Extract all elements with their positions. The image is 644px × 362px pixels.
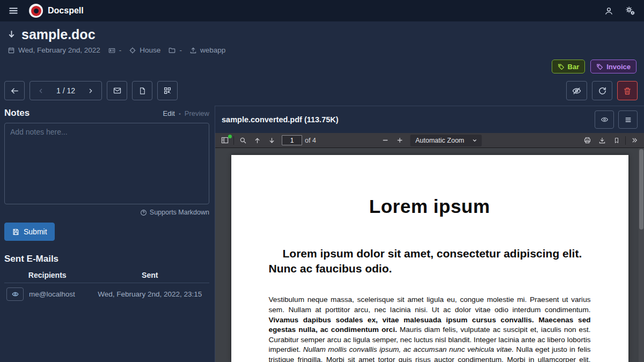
attachment-menu-bars-button[interactable] xyxy=(618,110,638,129)
upload-icon xyxy=(189,47,197,54)
hamburger-menu-icon[interactable] xyxy=(5,3,21,19)
toolbar-divider xyxy=(625,136,626,145)
more-tools-double-chevron-icon[interactable] xyxy=(627,134,642,147)
address-card-icon xyxy=(108,47,116,54)
zoom-level-value: Automatic Zoom xyxy=(415,137,464,144)
attachment-filename: sample.converted.pdf (113.75K) xyxy=(222,115,339,124)
notes-input[interactable] xyxy=(4,123,209,204)
tag-icon xyxy=(558,63,565,70)
top-navbar: Docspell xyxy=(0,0,644,21)
recipient-value: me@localhost xyxy=(29,290,75,298)
item-position-label: 1 / 12 xyxy=(51,86,80,95)
table-row: me@localhost Wed, February 2nd, 2022, 23… xyxy=(4,283,209,306)
brand-home-link[interactable]: Docspell xyxy=(29,4,84,18)
item-pagination-group: 1 / 12 xyxy=(30,81,102,100)
document-header: sample.doc Wed, February 2nd, 2022 - Hou… xyxy=(0,21,644,73)
pdf-scrollbar-thumb[interactable] xyxy=(639,149,643,230)
settings-gears-icon[interactable] xyxy=(622,3,639,19)
document-date: Wed, February 2nd, 2022 xyxy=(18,46,100,54)
zoom-out-minus-icon[interactable] xyxy=(378,134,392,147)
action-toolbar: 1 / 12 xyxy=(0,81,644,100)
search-icon[interactable] xyxy=(236,134,250,147)
pdf-page: Lorem ipsum Lorem ipsum dolor sit amet, … xyxy=(231,155,628,362)
topbar-right xyxy=(601,3,639,19)
unconfirm-eye-slash-button[interactable] xyxy=(566,81,587,100)
notes-header: Notes Edit • Preview xyxy=(4,108,209,119)
tag-invoice[interactable]: Invoice xyxy=(590,60,636,73)
tag-label: Bar xyxy=(568,63,580,71)
tag-bar[interactable]: Bar xyxy=(552,60,586,73)
reprocess-refresh-button[interactable] xyxy=(592,81,612,100)
download-icon[interactable] xyxy=(595,134,609,147)
pdf-document-title: Lorem ipsum xyxy=(269,196,591,217)
notes-edit-link[interactable]: Edit xyxy=(163,109,174,117)
next-page-arrow-icon[interactable] xyxy=(265,134,279,147)
qr-grid-button[interactable] xyxy=(157,81,178,100)
sidebar-notification-dot xyxy=(228,135,232,138)
attachment-preview-eye-button[interactable] xyxy=(595,110,614,129)
crosshair-icon xyxy=(129,47,136,54)
document-meta-row: Wed, February 2nd, 2022 - House - webapp xyxy=(8,46,636,54)
tag-icon xyxy=(596,63,603,70)
sent-date-value: Wed, February 2nd, 2022, 23:15 xyxy=(90,283,209,306)
tags-row: Bar Invoice xyxy=(8,60,636,73)
view-mail-eye-button[interactable] xyxy=(6,287,24,301)
zoom-level-select[interactable]: Automatic Zoom xyxy=(410,135,481,146)
save-icon xyxy=(12,228,20,236)
sent-emails-title: Sent E-Mails xyxy=(4,254,209,264)
pdf-scrollbar[interactable] xyxy=(639,148,644,362)
toolbar-left: 1 / 12 xyxy=(4,81,178,100)
pdf-paragraph: Vestibulum neque massa, scelerisque sit … xyxy=(269,295,591,362)
notes-sidebar: Notes Edit • Preview Supports Markdown S… xyxy=(0,106,215,362)
sidebar-toggle-icon[interactable] xyxy=(217,134,232,147)
user-account-icon[interactable] xyxy=(601,3,617,19)
print-icon[interactable] xyxy=(580,134,595,147)
link-separator: • xyxy=(179,110,181,117)
notes-title: Notes xyxy=(4,108,30,119)
previous-page-arrow-icon[interactable] xyxy=(250,134,265,147)
back-button[interactable] xyxy=(4,81,25,100)
bookmark-current-view-icon[interactable] xyxy=(609,134,624,147)
add-files-button[interactable] xyxy=(132,81,152,100)
folder-icon xyxy=(168,47,176,54)
correspondent-meta[interactable]: - xyxy=(108,46,122,54)
prev-item-chevron[interactable] xyxy=(32,85,50,97)
question-circle-icon xyxy=(140,209,147,216)
tag-label: Invoice xyxy=(606,63,631,71)
folder-meta[interactable]: - xyxy=(168,46,182,54)
app-name: Docspell xyxy=(48,6,84,16)
document-title: sample.doc xyxy=(21,27,96,42)
column-recipients: Recipients xyxy=(4,268,90,283)
attachment-actions xyxy=(595,110,638,129)
recipient-cell: me@localhost xyxy=(6,287,88,301)
page-total-label: of 4 xyxy=(305,137,316,144)
notes-preview-link[interactable]: Preview xyxy=(185,109,209,117)
concerning-meta[interactable]: House xyxy=(129,46,160,54)
source-meta: webapp xyxy=(189,46,225,54)
sent-emails-table: Recipients Sent me@localhost Wed, Febru xyxy=(4,268,209,305)
attachment-header: sample.converted.pdf (113.75K) xyxy=(215,106,644,133)
item-arrow-icon xyxy=(8,29,17,41)
submit-label: Submit xyxy=(24,227,47,236)
concerning-value: House xyxy=(140,46,160,54)
folder-value: - xyxy=(179,46,182,54)
document-title-row: sample.doc xyxy=(8,27,636,42)
correspondent-value: - xyxy=(119,46,122,54)
next-item-chevron[interactable] xyxy=(82,85,99,97)
table-header-row: Recipients Sent xyxy=(4,268,209,283)
source-value: webapp xyxy=(200,46,225,54)
pdfjs-toolbar-right xyxy=(580,134,642,147)
pdf-viewport[interactable]: Lorem ipsum Lorem ipsum dolor sit amet, … xyxy=(215,148,644,362)
chevron-down-icon xyxy=(472,138,477,143)
toolbar-right xyxy=(566,81,638,100)
send-mail-button[interactable] xyxy=(107,81,127,100)
delete-trash-button[interactable] xyxy=(617,81,638,100)
pdf-document-heading: Lorem ipsum dolor sit amet, consectetur … xyxy=(269,246,591,276)
zoom-in-plus-icon[interactable] xyxy=(392,134,407,147)
submit-notes-button[interactable]: Submit xyxy=(4,223,55,241)
page-number-input[interactable] xyxy=(282,135,302,145)
notes-links: Edit • Preview xyxy=(163,109,209,117)
main-content: Notes Edit • Preview Supports Markdown S… xyxy=(0,106,644,362)
date-meta: Wed, February 2nd, 2022 xyxy=(8,46,100,54)
docspell-logo-icon xyxy=(29,4,43,18)
